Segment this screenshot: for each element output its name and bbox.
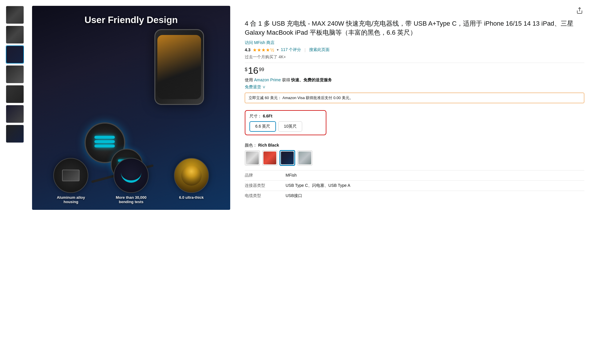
feature-circles: Aluminum alloyhousing More than 30,000be… — [32, 158, 230, 204]
swatch-img-gray — [298, 152, 311, 164]
swatch-img-silver — [246, 152, 259, 164]
color-swatch-red[interactable] — [262, 150, 277, 166]
bend-shape — [121, 168, 141, 183]
thumb-img-2 — [6, 26, 24, 43]
usb-shape — [62, 170, 80, 181]
thumbnail-4[interactable] — [6, 65, 24, 83]
feature-circle-1 — [53, 158, 88, 193]
product-title: 4 合 1 多 USB 充电线 - MAX 240W 快速充电/充电器线，带 U… — [245, 19, 584, 37]
specs-table: 品牌 MFish 连接器类型 USB Type C、闪电塞、USB Type A… — [245, 170, 584, 201]
color-label-val: Rich Black — [258, 143, 279, 147]
size-options: 6.6 英尺 10英尺 — [249, 121, 322, 132]
free-return-text: 免费退货 — [245, 85, 261, 89]
prime-row: 使用 Amazon Prime 获得 快速、免费的送货服务 — [245, 78, 584, 83]
color-label-row: 颜色： Rich Black — [245, 143, 584, 148]
purchase-history: 过去一个月购买了 4K+ — [245, 54, 584, 60]
share-icon — [576, 7, 583, 14]
prime-link[interactable]: Amazon Prime — [254, 78, 281, 82]
color-swatch-gray[interactable] — [297, 150, 312, 166]
visa-promo-text: 立即立减 60 美元： Amazon Visa 获得批准后支付 0.00 美元。 — [249, 96, 353, 100]
rating-separator: | — [305, 48, 306, 52]
thumbnail-1[interactable] — [6, 6, 24, 24]
phone-screen — [157, 35, 201, 99]
thumbnail-7[interactable] — [6, 125, 24, 143]
size-label-val: 6.6Ft — [263, 114, 272, 118]
prime-bold-text: 快速、免费的送货服务 — [291, 78, 332, 82]
rating-chevron[interactable]: ▾ — [277, 48, 279, 52]
color-swatches — [245, 150, 584, 166]
feature-1: Aluminum alloyhousing — [53, 158, 88, 204]
thumb-img-1 — [6, 6, 24, 24]
review-count-link[interactable]: 117 个评分 — [281, 47, 301, 52]
share-button[interactable] — [575, 6, 584, 17]
feature-label-1: Aluminum alloyhousing — [57, 195, 85, 204]
feature-label-3: 6.0 ultra-thick — [179, 195, 204, 200]
thumb-img-7 — [6, 125, 24, 143]
price-dollar-sign: $ — [245, 67, 247, 72]
prime-prefix: 使用 — [245, 78, 254, 82]
feature-circle-2 — [114, 158, 149, 193]
free-return-chevron: ∨ — [262, 85, 266, 89]
color-swatch-silver[interactable] — [245, 150, 260, 166]
spec-key-cable: 电缆类型 — [245, 191, 286, 201]
feature-label-2: More than 30,000bending tests — [116, 195, 147, 204]
stars-display: ★★★★½ — [253, 47, 274, 53]
prime-infix: 获得 — [282, 78, 290, 82]
thumbnail-5[interactable] — [6, 85, 24, 103]
thumb-img-6 — [6, 105, 24, 123]
spec-key-connector: 连接器类型 — [245, 180, 286, 191]
thumb-img-5 — [6, 85, 24, 103]
search-page-link[interactable]: 搜索此页面 — [309, 47, 330, 52]
size-option-10ft[interactable]: 10英尺 — [278, 121, 302, 132]
size-label-row: 尺寸： 6.6Ft — [249, 114, 322, 119]
main-image-container: User Friendly Design — [32, 6, 230, 210]
swatch-img-red — [263, 152, 276, 164]
rating-row: 4.3 ★★★★½ ▾ 117 个评分 | 搜索此页面 — [245, 47, 584, 53]
visa-promo-box: 立即立减 60 美元： Amazon Visa 获得批准后支付 0.00 美元。 — [245, 93, 584, 103]
spec-val-brand: MFish — [286, 170, 584, 180]
size-option-6.6ft[interactable]: 6.6 英尺 — [249, 121, 276, 132]
spec-val-connector: USB Type C、闪电塞、USB Type A — [286, 180, 584, 191]
share-row — [245, 6, 584, 17]
price-divider — [245, 63, 584, 63]
color-selector-section: 颜色： Rich Black — [245, 143, 584, 166]
product-details: 4 合 1 多 USB 充电线 - MAX 240W 快速充电/充电器线，带 U… — [236, 6, 587, 210]
store-link[interactable]: 访问 MFish 商店 — [245, 40, 274, 45]
spec-row-cable: 电缆类型 USB接口 — [245, 191, 584, 201]
size-selector-section: 尺寸： 6.6Ft 6.6 英尺 10英尺 — [245, 110, 326, 135]
main-product-image: User Friendly Design — [32, 6, 230, 210]
free-return-link[interactable]: 免费退货 ∨ — [245, 85, 266, 89]
main-image-heading: User Friendly Design — [85, 15, 178, 25]
glow-2 — [94, 140, 115, 143]
glow-1 — [94, 136, 115, 139]
thumbnail-list — [6, 6, 26, 210]
cross-section-shape — [181, 165, 202, 186]
price-row: $ 16 99 — [245, 66, 584, 75]
free-return-row: 免费退货 ∨ — [245, 85, 584, 90]
thumbnail-3[interactable] — [6, 45, 24, 64]
thumbnail-2[interactable] — [6, 26, 24, 44]
rating-number: 4.3 — [245, 48, 250, 52]
feature-3: 6.0 ultra-thick — [174, 158, 209, 204]
price-main: 16 — [248, 66, 258, 75]
price-cents: 99 — [259, 67, 264, 72]
size-label-key: 尺寸： — [249, 114, 262, 118]
color-label-key: 颜色： — [245, 143, 257, 147]
glow-3 — [94, 145, 115, 147]
spec-row-connector: 连接器类型 USB Type C、闪电塞、USB Type A — [245, 180, 584, 191]
spec-row-brand: 品牌 MFish — [245, 170, 584, 180]
thumbnail-6[interactable] — [6, 105, 24, 123]
feature-circle-3 — [174, 158, 209, 193]
thumb-img-4 — [6, 66, 24, 83]
spec-val-cable: USB接口 — [286, 191, 584, 201]
feature-2: More than 30,000bending tests — [114, 158, 149, 204]
page-container: User Friendly Design — [0, 0, 593, 216]
thumb-img-3 — [6, 46, 23, 63]
spec-key-brand: 品牌 — [245, 170, 286, 180]
color-swatch-dark-blue[interactable] — [280, 150, 295, 166]
swatch-img-dark-blue — [281, 152, 294, 164]
